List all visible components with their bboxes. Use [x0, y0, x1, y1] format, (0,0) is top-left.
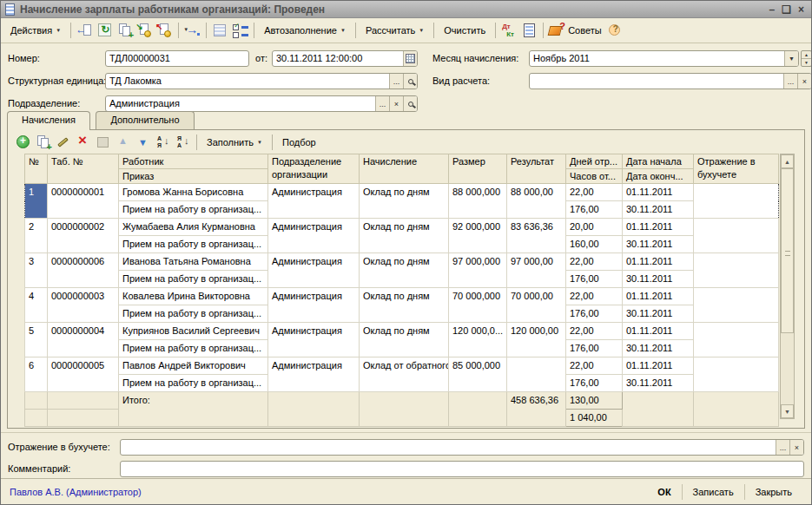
- cell-worker[interactable]: Громова Жанна Борисовна: [119, 184, 268, 201]
- cell-hours[interactable]: 176,00: [566, 305, 623, 323]
- scroll-up-button[interactable]: ▲: [781, 154, 794, 168]
- cell-date-end[interactable]: 30.11.2011: [623, 271, 694, 288]
- cell-date-end[interactable]: 30.11.2011: [623, 375, 694, 392]
- cell-row-number[interactable]: 1: [25, 184, 48, 219]
- cell-result[interactable]: 120 000,00: [507, 323, 566, 357]
- fill-button[interactable]: Заполнить▼: [201, 134, 268, 150]
- calendar-button[interactable]: [403, 51, 417, 66]
- cell-accrual[interactable]: Оклад по дням: [360, 253, 449, 288]
- cell-date-start[interactable]: 01.11.2011: [623, 288, 694, 305]
- actions-button[interactable]: Действия▼: [4, 23, 67, 38]
- move-down-icon[interactable]: [134, 134, 152, 151]
- comment-input[interactable]: [120, 461, 804, 477]
- cell-row-number[interactable]: 3: [25, 253, 48, 288]
- cell-tab-number[interactable]: 0000000002: [48, 219, 119, 253]
- cell-days[interactable]: 22,00: [566, 323, 623, 340]
- cell-reflection[interactable]: [694, 357, 779, 392]
- department-input[interactable]: Администрация ... ×: [105, 95, 418, 112]
- number-input[interactable]: ТДЛ00000031: [105, 50, 249, 67]
- calc-type-input[interactable]: ... ×: [529, 73, 812, 89]
- cell-row-number[interactable]: 5: [25, 323, 48, 357]
- cell-date-start[interactable]: 01.11.2011: [623, 323, 694, 340]
- cell-hours[interactable]: 176,00: [566, 340, 623, 357]
- cell-result[interactable]: [507, 357, 566, 392]
- cell-row-number[interactable]: 4: [25, 288, 48, 323]
- copy-row-icon[interactable]: [34, 134, 52, 151]
- month-spinner[interactable]: ▲ ▼: [801, 50, 812, 67]
- cell-hours[interactable]: 160,00: [566, 236, 623, 253]
- list-settings-icon[interactable]: [231, 22, 249, 39]
- cell-worker[interactable]: Иванова Татьяна Романовна: [119, 253, 268, 271]
- cell-order[interactable]: Прием на работу в организац...: [119, 340, 268, 357]
- add-row-icon[interactable]: [14, 134, 32, 151]
- minimize-button[interactable]: –: [769, 3, 776, 16]
- list-rows-icon[interactable]: [211, 22, 229, 39]
- cell-size[interactable]: 97 000,000: [449, 253, 507, 288]
- refresh-icon[interactable]: [96, 22, 114, 39]
- edit-row-icon[interactable]: [54, 134, 72, 151]
- calc-type-ellipsis-button[interactable]: ...: [783, 74, 797, 89]
- department-clear-button[interactable]: ×: [389, 96, 403, 111]
- cell-order[interactable]: Прием на работу в организац...: [119, 375, 268, 392]
- department-magnifier-button[interactable]: [403, 96, 417, 111]
- cell-hours[interactable]: 176,00: [566, 271, 623, 288]
- cell-accrual[interactable]: Оклад по дням: [360, 323, 449, 357]
- structural-unit-input[interactable]: ТД Лакомка ...: [105, 73, 418, 89]
- close-button[interactable]: ×: [798, 3, 804, 16]
- cell-days[interactable]: 20,00: [566, 219, 623, 236]
- reflection-input[interactable]: ... ×: [120, 439, 804, 456]
- reflection-ellipsis-button[interactable]: ...: [776, 440, 789, 455]
- cell-department[interactable]: Администрация: [268, 323, 360, 357]
- cell-reflection[interactable]: [694, 253, 779, 288]
- clear-button[interactable]: Очистить: [438, 23, 492, 38]
- cell-department[interactable]: Администрация: [268, 253, 360, 288]
- cell-tab-number[interactable]: 0000000004: [48, 323, 119, 357]
- cell-reflection[interactable]: [694, 288, 779, 323]
- end-edit-icon[interactable]: [94, 134, 112, 151]
- sort-desc-icon[interactable]: [174, 134, 192, 151]
- cell-date-start[interactable]: 01.11.2011: [623, 219, 694, 236]
- unpost-doc-icon[interactable]: [155, 22, 174, 39]
- cell-reflection[interactable]: [694, 184, 779, 219]
- spinner-down-icon[interactable]: ▼: [802, 59, 811, 66]
- post-doc-icon[interactable]: [135, 22, 154, 39]
- cell-date-start[interactable]: 01.11.2011: [623, 357, 694, 375]
- pick-button[interactable]: Подбор: [276, 134, 322, 150]
- cell-department[interactable]: Администрация: [268, 357, 360, 392]
- save-button[interactable]: Записать: [682, 484, 744, 500]
- cell-accrual[interactable]: Оклад от обратного по: [360, 357, 449, 392]
- posting-report-icon[interactable]: [520, 22, 538, 39]
- cell-size[interactable]: 92 000,000: [449, 219, 507, 253]
- scroll-down-button[interactable]: ▼: [781, 404, 794, 418]
- cell-order[interactable]: Прием на работу в организац...: [119, 271, 268, 288]
- structural-unit-ellipsis-button[interactable]: ...: [389, 74, 403, 89]
- copy-add-icon[interactable]: [116, 22, 134, 39]
- cell-hours[interactable]: 176,00: [566, 201, 623, 219]
- cell-size[interactable]: 120 000,0...: [449, 323, 507, 357]
- cell-tab-number[interactable]: 0000000003: [48, 288, 119, 323]
- cell-worker[interactable]: Куприянов Василий Сергеевич: [119, 323, 268, 340]
- cell-order[interactable]: Прием на работу в организац...: [119, 305, 268, 323]
- cell-size[interactable]: 85 000,000: [449, 357, 507, 392]
- cell-days[interactable]: 22,00: [566, 357, 623, 375]
- cell-row-number[interactable]: 2: [25, 219, 48, 253]
- cell-size[interactable]: 88 000,000: [449, 184, 507, 219]
- date-input[interactable]: 30.11.2011 12:00:00: [272, 50, 418, 67]
- maximize-button[interactable]: ❑: [782, 3, 791, 16]
- cell-tab-number[interactable]: 0000000006: [48, 253, 119, 288]
- reflection-clear-button[interactable]: ×: [789, 440, 803, 455]
- spinner-up-icon[interactable]: ▲: [802, 51, 811, 59]
- structural-unit-magnifier-button[interactable]: [403, 74, 417, 89]
- department-ellipsis-button[interactable]: ...: [375, 96, 389, 111]
- doc-arrow-icon[interactable]: [76, 22, 94, 39]
- cell-result[interactable]: 83 636,36: [507, 219, 566, 253]
- cell-accrual[interactable]: Оклад по дням: [360, 184, 449, 219]
- scrollbar-thumb[interactable]: [781, 168, 794, 333]
- vertical-scrollbar[interactable]: ▲ ▼: [780, 154, 795, 419]
- cell-tab-number[interactable]: 0000000005: [48, 357, 119, 392]
- cell-days[interactable]: 22,00: [566, 253, 623, 271]
- cell-days[interactable]: 22,00: [566, 184, 623, 201]
- cell-worker[interactable]: Жумабаева Алия Курмановна: [119, 219, 268, 236]
- goto-icon[interactable]: ▼: [183, 22, 201, 39]
- cell-department[interactable]: Администрация: [268, 288, 360, 323]
